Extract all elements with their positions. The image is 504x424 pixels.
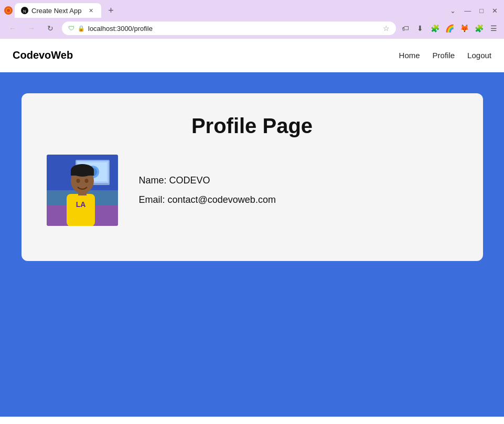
profile-info-row: LA Name: CODEVO Email: contact@codevoweb… <box>47 155 458 226</box>
tab-close-button[interactable]: ✕ <box>87 6 95 15</box>
address-text: localhost:3000/profile <box>88 25 380 32</box>
svg-text:LA: LA <box>76 200 85 209</box>
browser-tab-bar: N Create Next App ✕ + ⌄ — □ ✕ <box>0 0 504 18</box>
colorful-icon[interactable]: 🌈 <box>444 23 455 34</box>
extensions-icon[interactable]: 🧩 <box>430 23 440 34</box>
bookmark-star-icon[interactable]: ☆ <box>383 24 390 32</box>
window-close-button[interactable]: ✕ <box>492 7 498 15</box>
puzzle-icon[interactable]: 🧩 <box>474 23 484 34</box>
menu-icon[interactable]: ☰ <box>488 23 499 34</box>
app-header: CodevoWeb Home Profile Logout <box>0 39 504 72</box>
window-minimize-button[interactable]: — <box>464 7 471 15</box>
refresh-button[interactable]: ↻ <box>43 21 58 36</box>
browser-chrome: N Create Next App ✕ + ⌄ — □ ✕ ← → ↻ 🛡 🔒 … <box>0 0 504 39</box>
browser-toolbar: ← → ↻ 🛡 🔒 localhost:3000/profile ☆ 🏷 ⬇ 🧩… <box>0 18 504 39</box>
nav-logout-link[interactable]: Logout <box>467 51 491 60</box>
profile-card: Profile Page <box>22 93 483 261</box>
browser-tab-active[interactable]: N Create Next App ✕ <box>15 3 101 18</box>
nav-profile-link[interactable]: Profile <box>433 51 455 60</box>
nav-home-link[interactable]: Home <box>399 51 420 60</box>
tab-favicon-icon: N <box>21 7 28 14</box>
lock-icon: 🔒 <box>78 25 85 32</box>
back-button[interactable]: ← <box>5 21 20 36</box>
profile-details: Name: CODEVO Email: contact@codevoweb.co… <box>139 175 276 205</box>
security-shield-icon: 🛡 <box>68 25 74 32</box>
svg-point-2 <box>7 9 10 12</box>
svg-point-19 <box>84 179 88 183</box>
forward-button[interactable]: → <box>24 21 39 36</box>
tab-title: Create Next App <box>31 7 81 15</box>
window-tabs-icon[interactable]: ⌄ <box>450 7 456 15</box>
app-nav: Home Profile Logout <box>399 51 491 60</box>
profile-avatar: LA <box>47 155 118 226</box>
new-tab-button[interactable]: + <box>103 3 118 18</box>
address-bar[interactable]: 🛡 🔒 localhost:3000/profile ☆ <box>62 21 396 35</box>
download-icon[interactable]: ⬇ <box>415 23 425 34</box>
browser-favicon-icon <box>4 6 13 15</box>
svg-rect-17 <box>71 170 94 176</box>
profile-name: Name: CODEVO <box>139 175 276 186</box>
profile-email: Email: contact@codevoweb.com <box>139 194 276 205</box>
svg-text:N: N <box>23 9 26 14</box>
profile-page-title: Profile Page <box>47 114 458 138</box>
pocket-icon[interactable]: 🏷 <box>400 23 411 34</box>
app-main: Profile Page <box>0 72 504 417</box>
app-logo: CodevoWeb <box>13 49 73 61</box>
firefox-icon[interactable]: 🦊 <box>459 23 469 34</box>
toolbar-icons: 🏷 ⬇ 🧩 🌈 🦊 🧩 ☰ <box>400 23 499 34</box>
avatar-image: LA <box>47 155 118 226</box>
svg-rect-13 <box>67 194 95 226</box>
window-maximize-button[interactable]: □ <box>479 7 484 15</box>
svg-point-18 <box>76 179 80 183</box>
